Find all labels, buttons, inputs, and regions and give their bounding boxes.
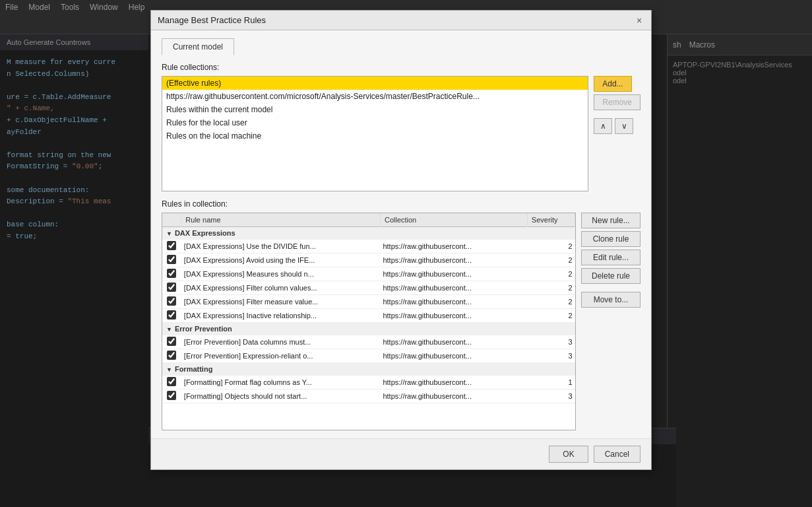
rule-checkbox[interactable] <box>167 351 176 360</box>
dialog-body: Current model Rule collections: (Effecti… <box>151 30 651 438</box>
rules-buttons: New rule... Clone rule Edit rule... Dele… <box>581 213 640 430</box>
rule-severity-cell: 2 <box>527 267 575 281</box>
rule-name-cell: [DAX Expressions] Measures should n... <box>181 267 381 281</box>
rule-name-cell: [DAX Expressions] Inactive relationship.… <box>181 309 381 323</box>
table-group-row[interactable]: ▼Formatting <box>162 363 575 376</box>
rule-collection-cell: https://raw.githubusercont... <box>380 376 527 389</box>
rule-collection-cell: https://raw.githubusercont... <box>380 349 527 363</box>
ok-button[interactable]: OK <box>549 446 588 463</box>
rule-severity-cell: 2 <box>527 295 575 309</box>
rules-table: Rule name Collection Severity ▼DAX Expre… <box>162 213 575 403</box>
delete-rule-button[interactable]: Delete rule <box>581 268 640 284</box>
move-to-button[interactable]: Move to... <box>581 292 640 308</box>
table-row[interactable]: [DAX Expressions] Filter column values..… <box>162 281 575 295</box>
th-collection: Collection <box>380 213 527 227</box>
rule-collection-cell: https://raw.githubusercont... <box>380 254 527 267</box>
rules-tbody: ▼DAX Expressions[DAX Expressions] Use th… <box>162 227 575 403</box>
table-group-row[interactable]: ▼DAX Expressions <box>162 227 575 240</box>
rules-in-collection-label: Rules in collection: <box>162 199 640 209</box>
collection-item-local_user[interactable]: Rules for the local user <box>162 116 588 129</box>
add-collection-button[interactable]: Add... <box>594 76 631 92</box>
manage-rules-dialog: Manage Best Practice Rules × Current mod… <box>150 10 652 470</box>
rule-collection-cell: https://raw.githubusercont... <box>380 389 527 403</box>
dialog-titlebar: Manage Best Practice Rules × <box>151 11 651 30</box>
rule-name-cell: [DAX Expressions] Filter measure value..… <box>181 295 381 309</box>
table-row[interactable]: [DAX Expressions] Measures should n...ht… <box>162 267 575 281</box>
rule-checkbox[interactable] <box>167 377 176 386</box>
rule-severity-cell: 2 <box>527 309 575 323</box>
table-row[interactable]: [Formatting] Objects should not start...… <box>162 389 575 403</box>
rule-collection-cell: https://raw.githubusercont... <box>380 267 527 281</box>
rules-area: Rule name Collection Severity ▼DAX Expre… <box>162 213 640 430</box>
rule-checkbox[interactable] <box>167 283 176 292</box>
dialog-footer: OK Cancel <box>151 438 651 469</box>
collection-item-local_machine[interactable]: Rules on the local machine <box>162 129 588 143</box>
arrow-buttons: ∧ ∨ <box>594 118 633 134</box>
rule-collection-cell: https://raw.githubusercont... <box>380 281 527 295</box>
rule-name-cell: [Error Prevention] Data columns must... <box>181 335 381 349</box>
rule-name-cell: [Error Prevention] Expression-reliant o.… <box>181 349 381 363</box>
collection-item-effective[interactable]: (Effective rules) <box>162 77 588 90</box>
rule-checkbox[interactable] <box>167 269 176 278</box>
dialog-close-button[interactable]: × <box>634 15 644 26</box>
tab-current-model[interactable]: Current model <box>162 38 234 55</box>
rule-name-cell: [DAX Expressions] Use the DIVIDE fun... <box>181 240 381 254</box>
rule-collections-label: Rule collections: <box>162 63 640 72</box>
clone-rule-button[interactable]: Clone rule <box>581 231 640 247</box>
move-up-button[interactable]: ∧ <box>594 118 612 134</box>
table-row[interactable]: [DAX Expressions] Filter measure value..… <box>162 295 575 309</box>
rule-collection-cell: https://raw.githubusercont... <box>380 309 527 323</box>
rule-severity-cell: 3 <box>527 389 575 403</box>
rule-name-cell: [DAX Expressions] Filter column values..… <box>181 281 381 295</box>
collection-item-raw_github[interactable]: https://raw.githubusercontent.com/micros… <box>162 90 588 103</box>
collections-buttons: Add... Remove ∧ ∨ <box>594 76 640 191</box>
rule-severity-cell: 3 <box>527 335 575 349</box>
rule-checkbox[interactable] <box>167 391 176 400</box>
rules-table-container[interactable]: Rule name Collection Severity ▼DAX Expre… <box>162 213 576 430</box>
rule-collection-cell: https://raw.githubusercont... <box>380 295 527 309</box>
dialog-tabs: Current model <box>162 38 640 55</box>
rule-checkbox[interactable] <box>167 337 176 346</box>
rule-name-cell: [Formatting] Format flag columns as Y... <box>181 376 381 389</box>
remove-collection-button[interactable]: Remove <box>594 94 640 110</box>
table-row[interactable]: [Error Prevention] Data columns must...h… <box>162 335 575 349</box>
collections-area: (Effective rules)https://raw.githubuserc… <box>162 76 640 191</box>
rule-collection-cell: https://raw.githubusercont... <box>380 335 527 349</box>
rule-name-cell: [Formatting] Objects should not start... <box>181 389 381 403</box>
th-severity: Severity <box>527 213 575 227</box>
th-rule-name: Rule name <box>181 213 381 227</box>
th-check <box>162 213 181 227</box>
rule-collection-cell: https://raw.githubusercont... <box>380 240 527 254</box>
collections-list[interactable]: (Effective rules)https://raw.githubuserc… <box>162 76 588 191</box>
rule-severity-cell: 2 <box>527 254 575 267</box>
rule-severity-cell: 2 <box>527 281 575 295</box>
table-row[interactable]: [DAX Expressions] Inactive relationship.… <box>162 309 575 323</box>
new-rule-button[interactable]: New rule... <box>581 213 640 228</box>
rule-name-cell: [DAX Expressions] Avoid using the IFE... <box>181 254 381 267</box>
rule-severity-cell: 3 <box>527 349 575 363</box>
rule-severity-cell: 1 <box>527 376 575 389</box>
edit-rule-button[interactable]: Edit rule... <box>581 250 640 265</box>
table-row[interactable]: [Error Prevention] Expression-reliant o.… <box>162 349 575 363</box>
dialog-title: Manage Best Practice Rules <box>158 15 266 25</box>
rule-checkbox[interactable] <box>167 255 176 264</box>
collection-item-current_model[interactable]: Rules within the current model <box>162 103 588 116</box>
table-row[interactable]: [Formatting] Format flag columns as Y...… <box>162 376 575 389</box>
rule-checkbox[interactable] <box>167 241 176 250</box>
table-group-row[interactable]: ▼Error Prevention <box>162 323 575 335</box>
rule-checkbox[interactable] <box>167 296 176 306</box>
table-row[interactable]: [DAX Expressions] Avoid using the IFE...… <box>162 254 575 267</box>
table-row[interactable]: [DAX Expressions] Use the DIVIDE fun...h… <box>162 240 575 254</box>
rule-severity-cell: 2 <box>527 240 575 254</box>
cancel-button[interactable]: Cancel <box>594 446 640 463</box>
move-down-button[interactable]: ∨ <box>615 118 633 134</box>
rule-checkbox[interactable] <box>167 310 176 320</box>
table-header-row: Rule name Collection Severity <box>162 213 575 227</box>
